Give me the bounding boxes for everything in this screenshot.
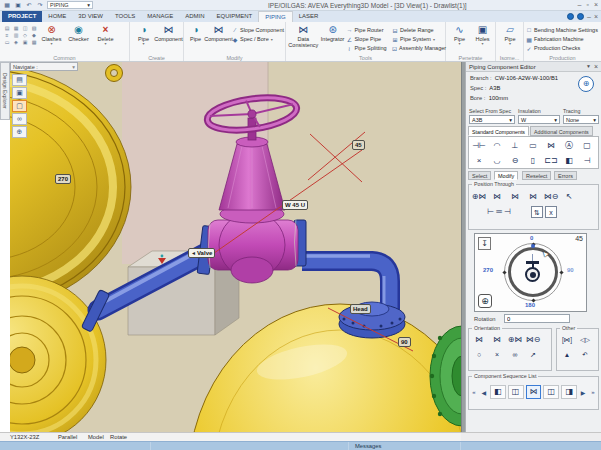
help-icon[interactable] <box>567 13 574 20</box>
other-bracket-icon[interactable]: [⋈] <box>559 333 575 346</box>
tab-3d-view[interactable]: 3D VIEW <box>72 11 109 22</box>
component-trap-icon[interactable]: ▢ <box>578 138 596 153</box>
slope-component-link[interactable]: ∕ Slope Component <box>232 26 284 34</box>
orient-add-icon[interactable]: ⊕⋈ <box>507 333 523 346</box>
assembly-manager-link[interactable]: ⊡Assembly Manager <box>392 44 444 52</box>
spec-bore-link[interactable]: ◆ Spec / Bore ▾ <box>232 35 284 43</box>
pipe-splitting-link[interactable]: ≀Pipe Splitting <box>346 44 392 52</box>
insulation-dropdown[interactable]: W ▾ <box>518 115 560 124</box>
component-block-icon[interactable]: ▭ <box>524 138 542 153</box>
pipe-router-link[interactable]: →Pipe Router <box>346 26 392 34</box>
status-projection[interactable]: Parallel <box>58 434 77 440</box>
tab-equipment[interactable]: EQUIPMENT <box>211 11 259 22</box>
sequence-item[interactable]: ◧ <box>490 385 506 399</box>
penetrate-pipe-button[interactable]: ∿ Pipe ▾ <box>448 23 471 46</box>
mini-icon[interactable]: ▭ <box>4 39 10 45</box>
messages-bar[interactable]: Messages <box>0 441 601 450</box>
clip-view-button[interactable]: ▤ <box>12 74 27 86</box>
isometric-view-button[interactable]: ⊕ <box>478 294 492 308</box>
compass-90[interactable]: 90 <box>567 267 574 273</box>
pin-icon[interactable]: ▼ <box>586 63 591 70</box>
common-mini-grid[interactable]: ▤▦◫▧ ≡▥◇◆ ▭◈▣▩ <box>2 23 38 45</box>
status-mode[interactable]: Model <box>88 434 104 440</box>
other-undo-icon[interactable]: ↶ <box>577 348 593 361</box>
mini-icon[interactable]: ▩ <box>31 39 37 45</box>
move-updown-button[interactable]: ⇅ <box>531 206 543 218</box>
create-component-button[interactable]: ⋈ Component <box>155 23 182 42</box>
pipe-run-icon[interactable]: ⊢═⊣ <box>471 205 529 218</box>
modify-component-button[interactable]: ⋈ Component <box>205 23 232 42</box>
component-closure-icon[interactable]: × <box>470 153 488 168</box>
tab-additional-components[interactable]: Additional Components <box>530 126 593 136</box>
tab-standard-components[interactable]: Standard Components <box>468 126 529 136</box>
direction-tag-w45u[interactable]: W 45 U <box>282 200 308 210</box>
tab-project[interactable]: PROJECT <box>2 11 42 22</box>
mini-icon[interactable]: ▦ <box>13 25 19 31</box>
3d-scene[interactable] <box>10 62 461 432</box>
head-flange[interactable] <box>339 302 405 338</box>
quick-access-combo[interactable]: PIPING ▾ <box>47 1 93 9</box>
checker-button[interactable]: ◉ Checker <box>65 23 92 42</box>
rotation-input[interactable] <box>504 314 570 323</box>
position-valve3-icon[interactable]: ⋈ <box>525 190 541 203</box>
position-valve2-icon[interactable]: ⋈ <box>507 190 523 203</box>
tracing-dropdown[interactable]: None ▾ <box>563 115 599 124</box>
fall-direction-button[interactable]: ↧ <box>478 237 491 250</box>
orient-remove-icon[interactable]: ⋈⊖ <box>525 333 541 346</box>
orient-cross-icon[interactable]: × <box>489 348 505 361</box>
sequence-last-icon[interactable]: » <box>589 389 597 395</box>
integrator-button[interactable]: ⊛ Integrator <box>319 23 347 42</box>
bending-settings-link[interactable]: □Bending Machine Settings <box>526 26 598 34</box>
delete-position-button[interactable]: x <box>545 206 557 218</box>
component-bend-icon[interactable]: ◡ <box>488 153 506 168</box>
component-tee-icon[interactable]: ⊥ <box>506 138 524 153</box>
clashes-button[interactable]: ⊗ Clashes ▾ <box>38 23 65 46</box>
delete-button[interactable]: × Delete ▾ <box>92 23 119 46</box>
production-checks-link[interactable]: ✓Production Checks <box>526 44 598 52</box>
3d-viewport[interactable]: Navigate : ▾ ▤ ▣ ▢ ∞ ⊕ 270 45 W 45 U ◄Va… <box>10 62 461 432</box>
valve-label[interactable]: ◄Valve <box>188 248 215 258</box>
create-pipe-button[interactable]: ◑ Pipe ▾ <box>132 23 155 46</box>
tab-reselect[interactable]: Reselect <box>522 171 551 180</box>
dimension-tag-270[interactable]: 270 <box>55 174 71 184</box>
tab-manage[interactable]: MANAGE <box>141 11 179 22</box>
mini-icon[interactable]: ▣ <box>22 39 28 45</box>
component-reducer-icon[interactable]: ⊖ <box>506 153 524 168</box>
position-insert-icon[interactable]: ⊕⋈ <box>471 190 487 203</box>
pipe-system-link[interactable]: ⊞Pipe System▾ <box>392 35 444 43</box>
sequence-item-selected[interactable]: ⋈ <box>526 385 542 399</box>
limits-box-button[interactable]: ▢ <box>12 100 27 112</box>
mini-icon[interactable]: ◈ <box>13 39 19 45</box>
app-logo-icon[interactable]: ▦ <box>3 0 11 10</box>
component-gasket-icon[interactable]: ⊣⊢ <box>470 138 488 153</box>
tab-tools[interactable]: TOOLS <box>109 11 141 22</box>
component-elbow-icon[interactable]: ◠ <box>488 138 506 153</box>
undo-icon[interactable]: ↶ <box>25 0 33 10</box>
mini-icon[interactable]: ▥ <box>13 32 19 38</box>
position-pick-icon[interactable]: ↖ <box>561 190 577 203</box>
close-icon[interactable]: × <box>594 63 598 70</box>
isometric-pipe-button[interactable]: ▱ Pipe ▾ <box>498 23 522 46</box>
component-valve-icon[interactable]: ⋈ <box>542 138 560 153</box>
component-flange-icon[interactable]: ⊣ <box>578 153 596 168</box>
redo-icon[interactable]: ↷ <box>36 0 44 10</box>
dimension-tag-45[interactable]: 45 <box>352 140 365 150</box>
position-valve1-icon[interactable]: ⋈ <box>489 190 505 203</box>
perspective-cube-button[interactable]: ▣ <box>12 87 27 99</box>
maximize-icon[interactable]: ▫ <box>586 1 588 8</box>
orient-double-icon[interactable]: ∞ <box>507 348 523 361</box>
panel-title-bar[interactable]: Piping Component Editor ▼ × <box>466 62 601 72</box>
sequence-item[interactable]: ◫ <box>508 385 524 399</box>
orient-axis-icon[interactable]: ○ <box>471 348 487 361</box>
spec-value-link[interactable]: A3B <box>489 85 500 91</box>
holes-button[interactable]: ▣ Holes ▾ <box>471 23 494 46</box>
compass-270[interactable]: 270 <box>483 267 493 273</box>
delete-range-link[interactable]: ⊟Delete Range <box>392 26 444 34</box>
fabrication-machine-link[interactable]: ▦Fabrication Machine <box>526 35 598 43</box>
close-icon[interactable]: × <box>594 1 598 8</box>
component-coupling-icon[interactable]: ▯ <box>524 153 542 168</box>
orient-rotate-icon[interactable]: ↗ <box>525 348 541 361</box>
mini-icon[interactable]: ◫ <box>22 25 28 31</box>
navigate-toolbar[interactable]: Navigate : ▾ <box>10 62 78 71</box>
orient-flip-icon[interactable]: ⋈ <box>471 333 487 346</box>
